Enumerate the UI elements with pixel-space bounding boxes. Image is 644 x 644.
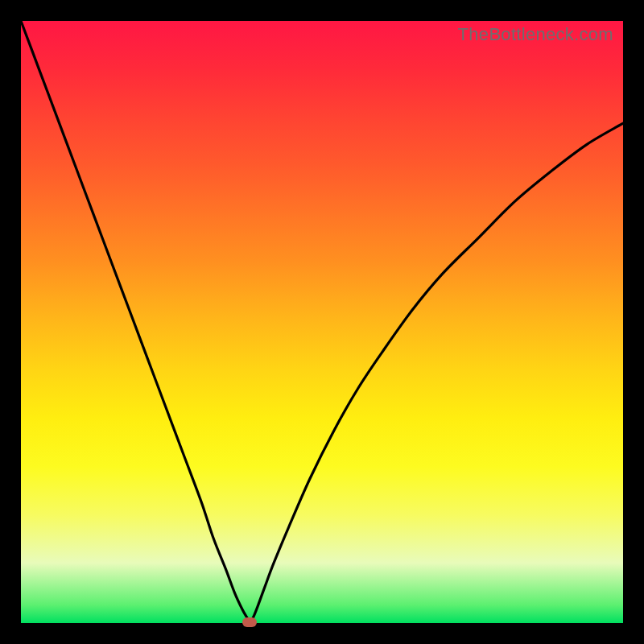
- bottleneck-curve-path: [21, 21, 623, 622]
- optimal-point-marker: [242, 617, 257, 627]
- chart-frame: TheBottleneck.com: [0, 0, 644, 644]
- plot-area: TheBottleneck.com: [21, 21, 623, 623]
- curve-svg: [21, 21, 623, 623]
